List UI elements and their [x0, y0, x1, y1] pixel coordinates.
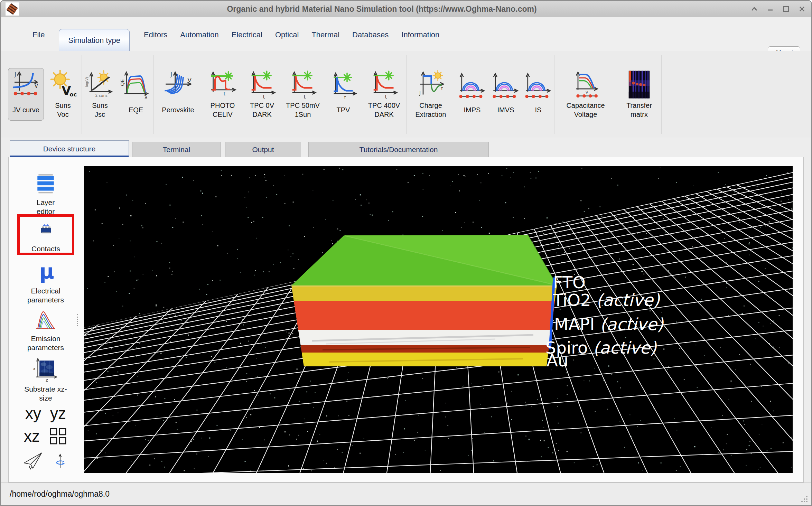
- menu-item-simulation-type[interactable]: Simulation type: [59, 29, 129, 51]
- chevron-up-icon: [749, 4, 759, 14]
- toolbar-item-is[interactable]: IS: [522, 68, 554, 121]
- view-plane-buttons: xy yz: [15, 404, 77, 423]
- suns-voc-icon: [48, 70, 78, 100]
- layer-label: TiO2 (active): [553, 290, 660, 310]
- view-xz-button[interactable]: xz: [24, 427, 40, 446]
- impedance-arcs-icon: [457, 70, 487, 100]
- tpv-decay-icon: [328, 70, 358, 100]
- toolbar-item-label: TPC 0V DARK: [246, 101, 278, 119]
- menu-item-thermal[interactable]: Thermal: [311, 29, 340, 41]
- mu-icon: [34, 260, 58, 284]
- layer-stack-icon: [34, 172, 57, 195]
- app-icon: [6, 2, 19, 16]
- sidebar-item-layer-editor[interactable]: Layer editor: [15, 172, 77, 216]
- tab-terminal[interactable]: Terminal: [132, 142, 221, 157]
- suns-jsc-icon: [85, 70, 115, 100]
- toolbar-item-label: Suns Voc: [51, 101, 75, 119]
- view-yz-button[interactable]: yz: [50, 404, 66, 423]
- toolbar-item-label: Capacitance Voltage: [561, 101, 610, 119]
- simulation-type-toolbar: JV curve Suns Voc Suns Jsc EQE Perovskit…: [1, 51, 811, 138]
- window-close-button[interactable]: [797, 4, 807, 14]
- sidebar-item-contacts[interactable]: Contacts: [17, 214, 74, 255]
- rotate-axis-icon[interactable]: [52, 453, 68, 469]
- toolbar-item-photo-celiv[interactable]: PHOTO CELIV: [202, 68, 243, 121]
- toolbar-item-capacitance-voltage[interactable]: Capacitance Voltage: [554, 68, 617, 121]
- toolbar-item-label: JV curve: [12, 101, 40, 119]
- tpc-decay-icon: [288, 70, 318, 100]
- device-3d: [291, 235, 557, 366]
- sidebar-item-label: Electrical parameters: [20, 287, 72, 304]
- toolbar-item-label: EQE: [129, 101, 143, 119]
- toolbar-item-charge-extraction[interactable]: Charge Extraction: [407, 68, 455, 121]
- transfer-matrix-icon: [624, 70, 654, 100]
- menu-item-editors[interactable]: Editors: [143, 29, 168, 41]
- tab-device-structure[interactable]: Device structure: [10, 140, 129, 157]
- sidebar-item-electrical-parameters[interactable]: Electrical parameters: [15, 260, 77, 304]
- menu-item-electrical[interactable]: Electrical: [231, 29, 263, 41]
- perovskite-icon: [163, 70, 193, 100]
- minimize-icon: [765, 4, 775, 14]
- toolbar-item-imps[interactable]: IMPS: [455, 68, 489, 121]
- menu-bar: File Simulation type Editors Automation …: [1, 17, 811, 51]
- toolbar-item-label: TPC 400V DARK: [365, 101, 403, 119]
- toolbar-item-label: TPV: [337, 101, 350, 119]
- close-icon: [797, 4, 807, 14]
- tpc-decay-icon: [247, 70, 277, 100]
- toolbar-item-suns-voc[interactable]: Suns Voc: [44, 68, 82, 121]
- window-minimize-button[interactable]: [765, 4, 775, 14]
- device-structure-panel: Layer editor Contacts Electrical paramet…: [8, 157, 804, 482]
- toolbar-item-tpc-50mv-1sun[interactable]: TPC 50mV 1Sun: [281, 68, 325, 121]
- toolbar-item-tpv[interactable]: TPV: [325, 68, 362, 121]
- capacitance-voltage-icon: [570, 70, 601, 100]
- tpc-decay-icon: [369, 70, 399, 100]
- menu-item-optical[interactable]: Optical: [274, 29, 299, 41]
- maximize-icon: [781, 4, 791, 14]
- toolbar-item-perovskite[interactable]: Perovskite: [154, 68, 202, 121]
- device-layer: [291, 285, 557, 301]
- working-directory-path: /home/rod/oghma/oghma8.0: [10, 483, 110, 505]
- toolbar-item-label: IMVS: [497, 101, 514, 119]
- menu-item-databases[interactable]: Databases: [352, 29, 389, 41]
- substrate-xz-icon: [32, 356, 59, 382]
- impedance-arcs-icon: [491, 70, 521, 100]
- resize-grip[interactable]: [800, 494, 809, 503]
- toolbar-item-tpc-0v-dark[interactable]: TPC 0V DARK: [243, 68, 281, 121]
- impedance-arcs-icon: [523, 70, 553, 100]
- toolbar-item-tpc-400v-dark[interactable]: TPC 400V DARK: [362, 68, 406, 121]
- layer-label: FTO: [553, 273, 586, 292]
- view-xy-button[interactable]: xy: [25, 404, 41, 423]
- toolbar-item-transfer-matrix[interactable]: Transfer matrx: [617, 68, 661, 121]
- sidebar-drag-handle[interactable]: [77, 314, 78, 326]
- contacts-icon: [35, 221, 57, 242]
- view-xz-row: xz: [15, 427, 77, 446]
- paper-plane-icon[interactable]: [23, 451, 43, 471]
- tab-tutorials-documentation[interactable]: Tutorials/Documentation: [308, 142, 489, 157]
- sidebar-item-substrate-xz-size[interactable]: Substrate xz-size: [15, 356, 77, 403]
- sidebar-item-emission-parameters[interactable]: Emission parameters: [15, 309, 77, 352]
- sidebar-item-label: Contacts: [20, 244, 72, 253]
- sidebar-item-label: Substrate xz-size: [20, 385, 72, 403]
- toolbar-separator: [661, 55, 662, 134]
- toolbar-item-eqe[interactable]: EQE: [118, 68, 153, 121]
- charge-extraction-icon: [416, 70, 446, 100]
- menu-item-information[interactable]: Information: [401, 29, 440, 41]
- toolbar-item-imvs[interactable]: IMVS: [489, 68, 522, 121]
- grid-2x2-icon[interactable]: [49, 427, 67, 446]
- window-collapse-button[interactable]: [749, 4, 759, 14]
- tab-output[interactable]: Output: [225, 142, 301, 157]
- toolbar-item-jv-curve[interactable]: JV curve: [8, 68, 44, 121]
- device-layer: [294, 301, 555, 330]
- sidebar-item-label: Layer editor: [30, 198, 61, 216]
- window-maximize-button[interactable]: [781, 4, 791, 14]
- device-3d-scene: FTOTiO2 (active)MAPI (active)Spiro (acti…: [84, 166, 793, 473]
- 3d-viewport[interactable]: FTOTiO2 (active)MAPI (active)Spiro (acti…: [84, 166, 793, 473]
- toolbar-item-label: Suns Jsc: [88, 101, 112, 119]
- menu-item-automation[interactable]: Automation: [179, 29, 219, 41]
- menu-item-file[interactable]: File: [32, 29, 45, 41]
- title-bar[interactable]: Organic and hybrid Material Nano Simulat…: [1, 1, 811, 17]
- toolbar-item-suns-jsc[interactable]: Suns Jsc: [82, 68, 118, 121]
- toolbar-item-label: TPC 50mV 1Sun: [284, 101, 322, 119]
- toolbar-item-label: Perovskite: [162, 101, 194, 119]
- menu-items: File Simulation type Editors Automation …: [32, 17, 440, 51]
- eqe-icon: [121, 70, 151, 100]
